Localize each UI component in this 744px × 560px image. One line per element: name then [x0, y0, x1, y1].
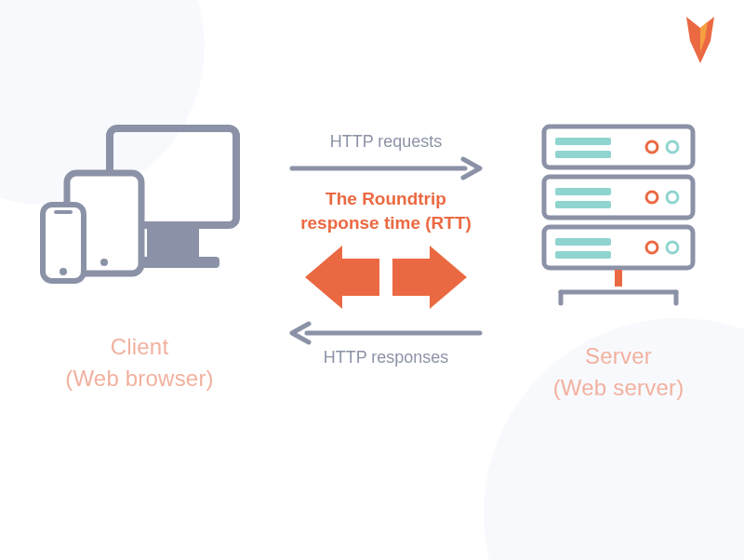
svg-rect-16: [555, 188, 611, 195]
arrow-left-icon: [288, 320, 484, 346]
svg-point-19: [667, 192, 678, 203]
rtt-label: The Roundtrip response time (RTT): [300, 187, 472, 234]
client-title: Client: [111, 334, 169, 359]
svg-point-4: [100, 259, 108, 266]
svg-rect-12: [555, 151, 611, 158]
flow-column: HTTP requests The Roundtrip response tim…: [279, 121, 493, 371]
server-title: Server: [585, 343, 652, 368]
svg-rect-21: [555, 238, 611, 246]
svg-point-14: [667, 141, 678, 153]
svg-rect-1: [147, 229, 199, 257]
server-column: Server (Web server): [512, 121, 725, 403]
client-label: Client (Web browser): [65, 331, 214, 393]
svg-rect-11: [555, 138, 611, 145]
http-requests-label: HTTP requests: [330, 132, 443, 152]
client-column: Client (Web browser): [19, 121, 260, 393]
svg-point-18: [646, 192, 658, 203]
svg-rect-6: [54, 210, 73, 214]
svg-point-23: [646, 242, 658, 253]
svg-point-13: [646, 141, 658, 153]
svg-rect-20: [544, 227, 693, 268]
svg-rect-22: [555, 251, 611, 259]
svg-point-7: [60, 268, 67, 275]
arrow-right-icon: [288, 155, 484, 181]
server-label: Server (Web server): [553, 340, 684, 403]
client-subtitle: (Web browser): [65, 366, 214, 391]
rtt-diagram: Client (Web browser) HTTP requests The R…: [0, 121, 744, 403]
svg-point-24: [667, 242, 678, 253]
rtt-line2: response time (RTT): [300, 213, 472, 233]
svg-rect-17: [555, 201, 611, 208]
rtt-arrows-icon: [298, 240, 474, 314]
http-responses-label: HTTP responses: [324, 348, 449, 367]
svg-rect-25: [615, 270, 622, 287]
rtt-line1: The Roundtrip: [326, 189, 446, 208]
wp-rocket-logo-icon: [683, 15, 718, 69]
client-devices-icon: [37, 121, 242, 307]
server-subtitle: (Web server): [553, 375, 684, 400]
svg-rect-10: [544, 127, 693, 167]
server-rack-icon: [535, 121, 702, 316]
svg-rect-15: [544, 177, 693, 218]
